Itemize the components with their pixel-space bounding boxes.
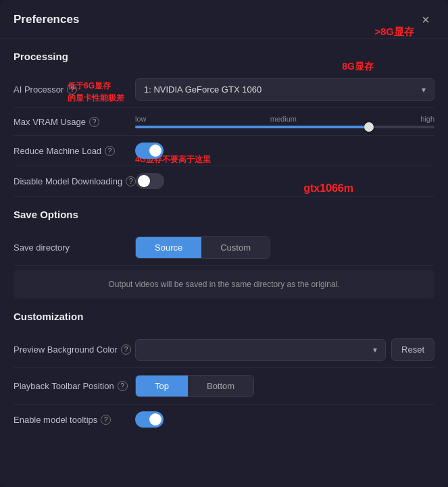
vram-slider-fill [135,126,369,128]
enable-tooltips-control [135,411,434,428]
disable-model-downloading-help-icon[interactable]: ? [126,176,136,186]
playback-toolbar-row: Playback Toolbar Position ? Top Bottom [14,368,434,405]
save-directory-btn-group: Source Custom [135,236,270,259]
dropdown-arrow-icon: ▾ [422,85,426,95]
playback-toolbar-label: Playback Toolbar Position ? [14,381,135,391]
max-vram-control: low medium high [135,115,434,128]
playback-toolbar-btn-group: Top Bottom [135,375,254,397]
preview-bg-color-help-icon[interactable]: ? [121,344,131,355]
enable-tooltips-label: Enable model tooltips ? [14,415,135,425]
max-vram-label: Max VRAM Usage ? [14,117,135,127]
enable-tooltips-help-icon[interactable]: ? [101,415,111,425]
custom-button[interactable]: Custom [201,237,270,258]
source-button[interactable]: Source [136,237,201,258]
vram-slider-track[interactable] [135,126,434,128]
save-info-box: Output videos will be saved in the same … [14,270,434,299]
save-directory-label: Save directory [14,242,135,253]
color-dropdown[interactable]: ▾ [135,339,386,361]
reduce-machine-load-toggle-thumb [149,145,161,157]
preferences-dialog: >8G显存 8G显存 低于6G显存 的显卡性能极差 4G显存不要高于这里 gtx… [0,0,448,487]
vram-slider-area: low medium high [135,115,434,128]
playback-toolbar-control: Top Bottom [135,375,434,397]
processing-section-title: Processing [14,51,434,62]
slider-labels: low medium high [135,115,434,123]
customization-section-title: Customization [14,311,434,322]
disable-model-downloading-label: Disable Model Downloading ? [14,176,136,186]
save-info-text: Output videos will be saved in the same … [108,280,339,289]
close-button[interactable]: × [417,11,434,28]
dialog-body: Processing AI Processor ? 1: NVIDIA GeFo… [0,51,448,448]
enable-tooltips-row: Enable model tooltips ? [14,405,434,434]
max-vram-help-icon[interactable]: ? [89,117,99,127]
reduce-machine-load-control [135,143,434,159]
top-button[interactable]: Top [136,376,188,396]
ai-processor-dropdown[interactable]: 1: NVIDIA GeForce GTX 1060 ▾ [135,78,434,101]
ai-processor-row: AI Processor ? 1: NVIDIA GeForce GTX 106… [14,72,434,108]
vram-slider-thumb[interactable] [364,122,374,132]
enable-tooltips-toggle[interactable] [135,411,164,428]
reduce-machine-load-toggle[interactable] [135,143,164,159]
save-directory-control: Source Custom [135,236,434,259]
preview-bg-color-label: Preview Background Color ? [14,344,135,355]
save-options-section-title: Save Options [14,209,434,220]
playback-toolbar-help-icon[interactable]: ? [118,381,128,391]
dialog-header: Preferences × [0,0,448,39]
enable-tooltips-toggle-thumb [149,413,161,426]
reset-button[interactable]: Reset [391,338,434,361]
disable-model-downloading-row: Disable Model Downloading ? [14,166,434,197]
ai-processor-control: 1: NVIDIA GeForce GTX 1060 ▾ [135,78,434,101]
save-directory-row: Save directory Source Custom [14,230,434,266]
preview-bg-color-row: Preview Background Color ? ▾ Reset [14,332,434,368]
reduce-machine-load-help-icon[interactable]: ? [105,146,115,156]
bottom-button[interactable]: Bottom [188,376,253,396]
slider-label-high: high [420,115,434,123]
ai-processor-label: AI Processor ? [14,84,135,95]
dialog-title: Preferences [14,13,79,26]
disable-model-downloading-toggle[interactable] [136,173,164,189]
color-dropdown-arrow-icon: ▾ [373,345,377,355]
disable-model-downloading-control [136,173,434,189]
ai-processor-help-icon[interactable]: ? [67,84,77,95]
reduce-machine-load-row: Reduce Machine Load ? [14,136,434,166]
slider-label-low: low [135,115,147,123]
reduce-machine-load-label: Reduce Machine Load ? [14,146,135,156]
preview-bg-color-control: ▾ Reset [135,338,434,361]
max-vram-row: Max VRAM Usage ? low medium high [14,108,434,136]
slider-label-medium: medium [270,115,297,123]
